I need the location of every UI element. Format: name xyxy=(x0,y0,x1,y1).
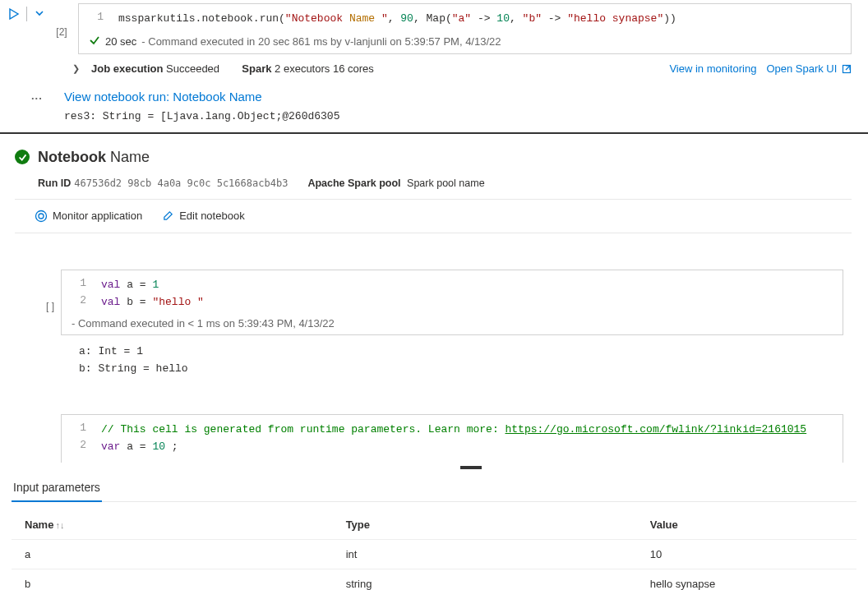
line-number: 2 xyxy=(62,439,101,451)
line-number: 1 xyxy=(79,11,118,23)
code-cell[interactable]: 1 mssparkutils.notebook.run("Notebook Na… xyxy=(78,3,852,54)
chevron-right-icon[interactable]: ❯ xyxy=(72,63,80,74)
tab-input-parameters[interactable]: Input parameters xyxy=(12,476,102,502)
divider xyxy=(15,233,852,233)
code-content[interactable]: val b = "hello " xyxy=(101,294,843,311)
code-content[interactable]: var a = 10 ; xyxy=(101,439,843,456)
code-content[interactable]: mssparkutils.notebook.run("Notebook Name… xyxy=(118,11,851,28)
notebook-title: Notebook Name xyxy=(38,149,150,166)
line-number: 2 xyxy=(62,294,101,307)
sort-icon[interactable]: ↑↓ xyxy=(55,520,64,530)
spark-info: Spark 2 executors 16 cores xyxy=(242,62,373,75)
svg-point-4 xyxy=(39,214,44,219)
open-spark-ui-link[interactable]: Open Spark UI xyxy=(766,62,852,75)
cell-status: - Command executed in < 1 ms on 5:39:43 … xyxy=(62,314,843,334)
divider xyxy=(26,7,27,21)
cell-index xyxy=(15,414,61,445)
edit-notebook-button[interactable]: Edit notebook xyxy=(162,210,245,222)
line-number: 1 xyxy=(62,277,101,289)
learn-more-link[interactable]: https://go.microsoft.com/fwlink/?linkid=… xyxy=(505,423,806,436)
cell-status: 20 sec - Command executed in 20 sec 861 … xyxy=(79,31,851,53)
code-cell[interactable]: 1 // This cell is generated from runtime… xyxy=(61,414,843,463)
exec-detail: - Command executed in 20 sec 861 ms by v… xyxy=(141,35,501,48)
run-id: Run ID467536d2 98cb 4a0a 9c0c 5c1668acb4… xyxy=(38,177,288,189)
run-cell-button[interactable] xyxy=(8,8,20,20)
cell-type: string xyxy=(333,569,637,590)
col-header-value[interactable]: Value xyxy=(637,512,856,540)
line-number: 1 xyxy=(62,422,101,434)
status-success-icon xyxy=(15,150,30,164)
col-header-type[interactable]: Type xyxy=(333,512,637,540)
divider xyxy=(15,199,852,200)
col-header-name[interactable]: Name↑↓ xyxy=(12,512,333,540)
view-notebook-run-link[interactable]: View notebook run: Notebook Name xyxy=(64,90,852,104)
cell-name: a xyxy=(12,539,333,569)
svg-line-2 xyxy=(846,66,850,70)
cell-index: [ ] xyxy=(15,270,61,312)
more-menu-icon[interactable]: ... xyxy=(31,90,43,102)
run-menu-chevron-icon[interactable] xyxy=(34,7,45,21)
spark-pool: Apache Spark pool Spark pool name xyxy=(307,177,484,189)
cell-type: int xyxy=(333,539,637,569)
table-row: a int 10 xyxy=(12,539,856,569)
view-monitoring-link[interactable]: View in monitoring xyxy=(669,62,756,75)
exec-duration: 20 sec xyxy=(105,35,136,48)
parameters-table: Name↑↓ Type Value a int 10 b string hell… xyxy=(12,512,856,590)
job-execution-label: Job execution Succeeded xyxy=(91,62,219,75)
cell-value: hello synapse xyxy=(637,569,856,590)
svg-point-3 xyxy=(36,210,47,221)
code-content[interactable]: // This cell is generated from runtime p… xyxy=(101,422,843,439)
cell-value: 10 xyxy=(637,539,856,569)
cell-output: a: Int = 1 b: String = hello xyxy=(15,339,843,393)
cell-index: [2] xyxy=(45,3,78,38)
code-cell[interactable]: 1 val a = 1 2 val b = "hello " - Command… xyxy=(61,270,843,336)
svg-marker-0 xyxy=(10,9,18,19)
table-row: b string hello synapse xyxy=(12,569,856,590)
monitor-application-button[interactable]: Monitor application xyxy=(35,210,142,223)
section-divider xyxy=(0,132,868,134)
result-output: res3: String = [Ljava.lang.Object;@260d6… xyxy=(64,110,852,122)
code-content[interactable]: val a = 1 xyxy=(101,277,843,294)
cell-name: b xyxy=(12,569,333,590)
success-check-icon xyxy=(89,35,100,48)
